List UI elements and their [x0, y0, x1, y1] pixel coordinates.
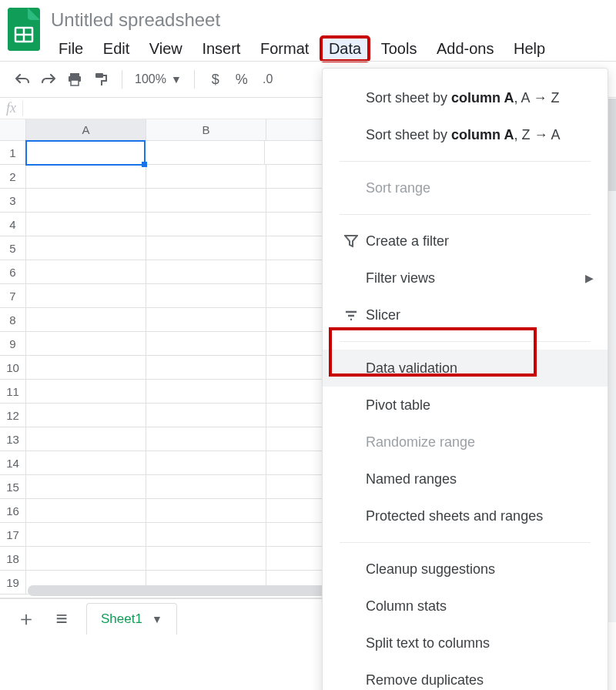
cell[interactable] — [146, 547, 266, 571]
row-header[interactable]: 16 — [0, 499, 26, 523]
zoom-selector[interactable]: 100% ▼ — [130, 72, 186, 86]
zoom-value: 100% — [135, 72, 166, 86]
vertical-scrollbar[interactable] — [608, 99, 616, 622]
currency-button[interactable]: $ — [203, 66, 229, 92]
cell[interactable] — [146, 427, 266, 451]
print-button[interactable] — [62, 66, 88, 92]
cell[interactable] — [146, 332, 266, 356]
redo-button[interactable] — [35, 66, 62, 92]
cell[interactable] — [146, 380, 266, 404]
cell[interactable] — [26, 356, 146, 380]
cell[interactable] — [26, 499, 146, 523]
menu-pivot-table[interactable]: Pivot table — [323, 387, 608, 424]
menu-tools[interactable]: Tools — [373, 37, 425, 61]
row-header[interactable]: 1 — [0, 141, 26, 165]
cell[interactable] — [26, 213, 146, 236]
menu-cleanup-suggestions[interactable]: Cleanup suggestions — [323, 551, 608, 588]
menu-create-filter[interactable]: Create a filter — [323, 223, 608, 260]
cell[interactable] — [146, 260, 266, 284]
scrollbar-thumb[interactable] — [28, 585, 367, 596]
sheet-tab-sheet1[interactable]: Sheet1 ▼ — [86, 603, 177, 635]
menu-view[interactable]: View — [142, 37, 190, 61]
menu-help[interactable]: Help — [506, 37, 553, 61]
cell[interactable] — [26, 475, 146, 499]
cell[interactable] — [26, 260, 146, 284]
row-header[interactable]: 7 — [0, 284, 26, 308]
cell[interactable] — [26, 284, 146, 308]
all-sheets-button[interactable]: ≡ — [51, 607, 72, 631]
menu-randomize-range: Randomize range — [323, 424, 608, 461]
row-header[interactable]: 17 — [0, 523, 26, 547]
cell[interactable] — [26, 547, 146, 571]
menu-file[interactable]: File — [51, 37, 91, 61]
menu-addons[interactable]: Add-ons — [429, 37, 502, 61]
cell[interactable] — [146, 236, 266, 260]
row-header[interactable]: 19 — [0, 571, 26, 595]
row-header[interactable]: 14 — [0, 451, 26, 475]
menu-remove-duplicates[interactable]: Remove duplicates — [323, 662, 608, 690]
row-header[interactable]: 12 — [0, 404, 26, 427]
decrease-decimal-button[interactable]: .0 — [255, 66, 281, 92]
cell[interactable] — [146, 284, 266, 308]
cell[interactable] — [26, 332, 146, 356]
menu-format[interactable]: Format — [253, 37, 316, 61]
menu-sort-asc[interactable]: Sort sheet by column A, A → Z — [323, 79, 608, 116]
percent-button[interactable]: % — [229, 66, 255, 92]
cell[interactable] — [26, 165, 146, 189]
col-header-a[interactable]: A — [26, 119, 146, 140]
menu-filter-views[interactable]: Filter views ▶ — [323, 260, 608, 296]
cell[interactable] — [26, 427, 146, 451]
caret-down-icon[interactable]: ▼ — [152, 613, 162, 625]
cell[interactable] — [26, 523, 146, 547]
menu-named-ranges[interactable]: Named ranges — [323, 461, 608, 497]
row-header[interactable]: 4 — [0, 213, 26, 236]
cell[interactable] — [146, 404, 266, 427]
cell[interactable] — [26, 380, 146, 404]
cell[interactable] — [26, 189, 146, 213]
row-header[interactable]: 5 — [0, 236, 26, 260]
row-header[interactable]: 2 — [0, 165, 26, 189]
row-header[interactable]: 3 — [0, 189, 26, 213]
cell[interactable] — [146, 451, 266, 475]
cell[interactable] — [26, 451, 146, 475]
cell[interactable] — [146, 165, 266, 189]
paint-format-button[interactable] — [88, 66, 114, 92]
menu-insert[interactable]: Insert — [194, 37, 248, 61]
add-sheet-button[interactable]: ＋ — [15, 605, 37, 632]
cell[interactable] — [146, 189, 266, 213]
row-header[interactable]: 6 — [0, 260, 26, 284]
cell[interactable] — [146, 308, 266, 332]
doc-title[interactable]: Untitled spreadsheet — [51, 9, 608, 31]
select-all-corner[interactable] — [0, 119, 26, 140]
row-header[interactable]: 11 — [0, 380, 26, 404]
row-header[interactable]: 8 — [0, 308, 26, 332]
menu-split-text[interactable]: Split text to columns — [323, 625, 608, 662]
cell[interactable] — [146, 213, 266, 236]
menu-column-stats[interactable]: Column stats — [323, 588, 608, 625]
row-header[interactable]: 13 — [0, 427, 26, 451]
menu-protected-ranges[interactable]: Protected sheets and ranges — [323, 497, 608, 534]
menu-sort-desc[interactable]: Sort sheet by column A, Z → A — [323, 116, 608, 153]
undo-button[interactable] — [9, 66, 35, 92]
scrollbar-thumb[interactable] — [608, 99, 616, 191]
col-header-b[interactable]: B — [146, 119, 266, 140]
row-header[interactable]: 10 — [0, 356, 26, 380]
menu-item-label: Protected sheets and ranges — [363, 508, 591, 524]
cell[interactable] — [26, 236, 146, 260]
cell[interactable] — [146, 523, 266, 547]
cell[interactable] — [146, 499, 266, 523]
cell[interactable] — [145, 141, 265, 165]
menu-data[interactable]: Data — [321, 37, 369, 61]
menu-slicer[interactable]: Slicer — [323, 296, 608, 333]
menu-item-label: Named ranges — [363, 471, 591, 487]
menu-data-validation[interactable]: Data validation — [323, 350, 608, 387]
cell[interactable] — [26, 308, 146, 332]
cell[interactable] — [26, 404, 146, 427]
row-header[interactable]: 9 — [0, 332, 26, 356]
cell[interactable] — [25, 140, 146, 166]
cell[interactable] — [146, 475, 266, 499]
menu-edit[interactable]: Edit — [95, 37, 137, 61]
row-header[interactable]: 18 — [0, 547, 26, 571]
row-header[interactable]: 15 — [0, 475, 26, 499]
cell[interactable] — [146, 356, 266, 380]
